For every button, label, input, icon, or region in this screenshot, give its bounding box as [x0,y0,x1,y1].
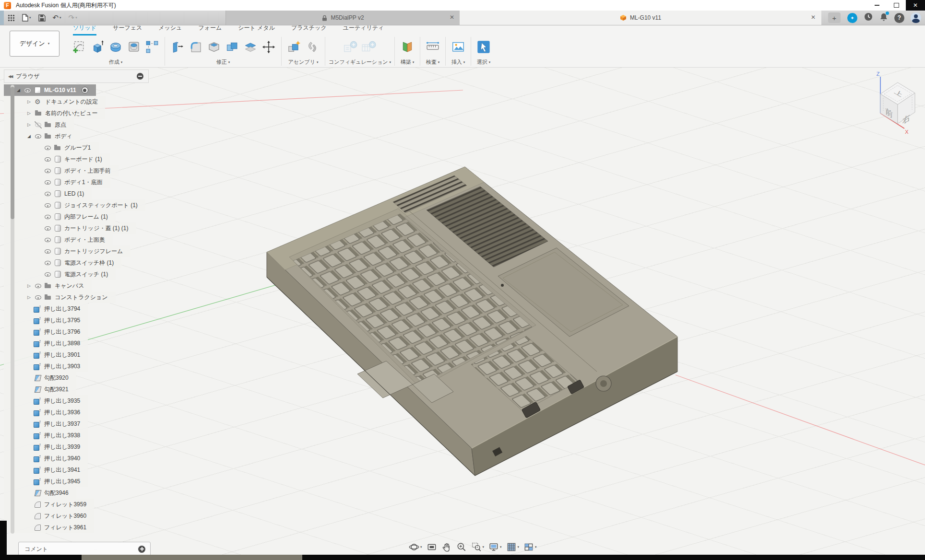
document-tab-m5dialpp[interactable]: M5DialPP v2 ✕ [225,11,461,25]
measure-button[interactable] [424,37,442,57]
look-at-button[interactable] [427,542,437,552]
combine-button[interactable] [223,37,241,57]
close-tab-icon[interactable]: ✕ [811,14,816,21]
tree-item[interactable]: コンストラクション [4,292,116,303]
tree-item[interactable]: ジョイスティックポート (1) [4,199,145,211]
viewports-button[interactable]: ▾ [523,542,537,552]
tree-item[interactable]: 押し出し3901 [4,349,88,361]
expander-icon[interactable] [26,294,32,301]
tab-utilities[interactable]: ユーティリティ [343,24,384,35]
tree-item[interactable]: 押し出し3945 [4,476,88,487]
revolve-button[interactable] [107,37,125,57]
tab-surface[interactable]: サーフェス [113,24,142,35]
notifications-bell-icon[interactable] [879,12,888,23]
activate-component-radio[interactable] [82,87,88,93]
visibility-eye-icon[interactable] [44,213,51,221]
new-tab-button[interactable]: + [828,12,841,23]
tree-item[interactable]: 押し出し3796 [4,326,88,338]
group-label-insert[interactable]: 挿入▾ [451,58,465,66]
group-label-create[interactable]: 作成▾ [109,58,123,66]
move-button[interactable] [260,37,278,57]
group-label-configuration[interactable]: コンフィギュレーション▾ [329,58,391,66]
tree-item[interactable]: 電源スイッチ枠 (1) [4,257,121,268]
orbit-button[interactable]: ▾ [409,542,422,552]
tree-item[interactable]: 押し出し3795 [4,315,88,326]
tree-item[interactable]: 内部フレーム (1) [4,211,116,222]
tree-item[interactable]: ボディ・上面手前 [4,165,119,176]
tree-item[interactable]: 勾配3920 [4,372,76,384]
thicken-button[interactable] [241,37,260,57]
tree-item[interactable]: 押し出し3794 [4,303,88,315]
visibility-eye-icon[interactable] [44,144,51,152]
shell-button[interactable] [205,37,223,57]
help-icon[interactable]: ? [894,13,904,23]
tree-item[interactable]: 押し出し3941 [4,464,88,476]
visibility-eye-icon[interactable] [24,87,31,94]
tree-scrollbar[interactable] [11,85,14,534]
add-comment-icon[interactable] [138,546,145,553]
visibility-eye-icon[interactable] [35,294,42,301]
pan-button[interactable] [441,542,452,552]
tree-item[interactable]: 押し出し3940 [4,453,88,464]
visibility-eye-icon[interactable] [44,179,51,186]
expander-icon[interactable] [15,87,22,93]
tree-item[interactable]: ボディ [4,130,80,142]
tree-item[interactable]: キーボード (1) [4,153,110,165]
tree-item[interactable]: フィレット3959 [4,499,94,510]
expander-icon[interactable] [26,110,32,117]
expander-icon[interactable] [26,133,32,140]
tree-item[interactable]: 押し出し3935 [4,395,88,407]
visibility-eye-icon[interactable] [44,190,51,198]
close-tab-icon[interactable]: ✕ [450,14,454,21]
tree-item[interactable]: ML-G10 v11 [4,84,96,96]
undo-button[interactable]: ↶ ▾ [53,13,61,22]
tree-item[interactable]: 勾配3946 [4,487,76,499]
group-label-select[interactable]: 選択▾ [477,58,491,66]
tree-item[interactable]: ドキュメントの設定 [4,96,106,107]
model-ml-g10[interactable] [267,167,677,476]
close-button[interactable]: ✕ [906,0,925,11]
viewcube[interactable]: 上 前 右 Z X [870,70,923,136]
browser-header[interactable]: ◀◀ ブラウザ [4,70,149,83]
tab-form[interactable]: フォーム [198,24,222,35]
joint-button[interactable] [303,37,321,57]
tree-item[interactable]: カートリッジ・蓋 (1) (1) [4,222,136,234]
group-label-inspect[interactable]: 検査▾ [426,58,440,66]
visibility-eye-icon[interactable] [44,156,51,163]
select-button[interactable] [474,37,493,57]
tree-item[interactable]: 押し出し3938 [4,430,88,441]
expander-icon[interactable] [26,99,32,105]
window-zoom-button[interactable]: ▾ [471,542,485,552]
tab-solid[interactable]: ソリッド [73,24,96,35]
file-menu-button[interactable]: ▾ [22,14,31,22]
tree-item[interactable]: ボディ・上面奥 [4,234,113,245]
minimize-panel-icon[interactable] [137,73,143,80]
visibility-eye-icon[interactable] [44,167,51,175]
fillet-button[interactable] [187,37,205,57]
visibility-eye-icon[interactable] [44,202,51,209]
maximize-button[interactable] [887,0,906,11]
tab-sheetmetal[interactable]: シート メタル [238,24,275,35]
display-settings-button[interactable]: ▾ [488,542,502,552]
tree-item[interactable]: ボディ1・底面 [4,176,110,188]
tree-item[interactable]: フィレット3960 [4,510,94,522]
minimize-button[interactable] [867,0,887,11]
document-tab-mlg10[interactable]: ML-G10 v11 ✕ [460,11,821,25]
job-status-clock-icon[interactable] [864,12,873,23]
visibility-eye-icon[interactable] [44,259,51,267]
extensions-icon[interactable]: ✦ [847,13,857,23]
group-label-construct[interactable]: 構築▾ [401,58,415,66]
visibility-eye-icon[interactable] [44,271,51,278]
workspace-selector[interactable]: デザイン ▾ [10,31,59,57]
redo-button[interactable]: ↷ ▾ [69,13,77,22]
insert-canvas-button[interactable] [449,37,467,57]
rectangular-pattern-button[interactable] [143,37,161,57]
tab-mesh[interactable]: メッシュ [158,24,182,35]
tab-plastic[interactable]: プラスチック [291,24,327,35]
new-component-button[interactable] [285,37,303,57]
visibility-eye-icon[interactable] [44,236,51,244]
grid-display-button[interactable]: ▾ [506,542,520,552]
tree-item[interactable]: フィレット3961 [4,522,94,533]
visibility-eye-icon[interactable] [44,225,51,232]
hole-button[interactable] [125,37,143,57]
